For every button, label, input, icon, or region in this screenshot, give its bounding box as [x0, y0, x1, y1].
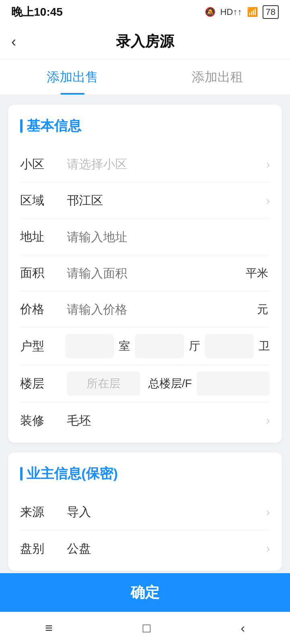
decoration-arrow: › — [266, 414, 270, 427]
basic-info-title: 基本信息 — [20, 117, 270, 135]
confirm-button[interactable]: 确定 — [0, 573, 290, 612]
floor-label: 楼层 — [20, 376, 60, 392]
region-value: 邗江区 — [60, 192, 266, 209]
area-size-input[interactable] — [60, 266, 246, 280]
nav-menu-icon[interactable]: ≡ — [45, 621, 53, 636]
decoration-row[interactable]: 装修 毛坯 › — [20, 402, 270, 439]
bottom-nav: ≡ □ ‹ — [0, 612, 290, 644]
decoration-label: 装修 — [20, 413, 60, 429]
floor-row: 楼层 所在层 总楼层/F — [20, 365, 270, 402]
rooms-unit: 室 — [119, 339, 130, 354]
tabs-container: 添加出售 添加出租 — [0, 60, 290, 95]
status-time: 晚上10:45 — [11, 4, 63, 20]
decoration-value: 毛坯 — [60, 413, 266, 429]
nav-home-icon[interactable]: □ — [143, 621, 150, 636]
community-arrow: › — [266, 158, 270, 171]
halls-unit: 厅 — [189, 339, 200, 354]
price-label: 价格 — [20, 301, 60, 318]
status-bar: 晚上10:45 🔕 HD↑↑ 📶 78 — [0, 0, 290, 24]
price-input[interactable] — [60, 303, 257, 316]
owner-info-card: 业主信息(保密) 来源 导入 › 盘别 公盘 › — [8, 452, 282, 571]
battery-icon: 78 — [263, 5, 279, 19]
huxing-inputs: 室 厅 卫 — [60, 334, 270, 358]
community-label: 小区 — [20, 156, 60, 173]
tab-sale-label: 添加出售 — [47, 68, 98, 86]
community-value: 请选择小区 — [60, 156, 266, 173]
confirm-button-label: 确定 — [130, 583, 160, 603]
owner-info-title: 业主信息(保密) — [20, 464, 270, 483]
header: ‹ 录入房源 — [0, 24, 290, 60]
nav-back-icon[interactable]: ‹ — [240, 621, 245, 636]
address-row: 地址 — [20, 219, 270, 255]
huxing-label: 户型 — [20, 338, 60, 355]
section-title-bar — [20, 119, 23, 133]
tab-sale[interactable]: 添加出售 — [0, 60, 145, 95]
tab-rent-label: 添加出租 — [192, 68, 243, 86]
area-size-unit: 平米 — [246, 266, 270, 281]
area-size-row: 面积 平米 — [20, 255, 270, 291]
signal-icon: HD↑↑ — [220, 7, 242, 17]
source-label: 来源 — [20, 504, 60, 520]
price-row: 价格 元 — [20, 291, 270, 328]
current-floor-placeholder: 所在层 — [87, 376, 120, 391]
price-unit: 元 — [257, 302, 270, 317]
status-icons: 🔕 HD↑↑ 📶 78 — [205, 5, 279, 19]
source-arrow: › — [266, 506, 270, 519]
page-title: 录入房源 — [116, 32, 174, 52]
rooms-input[interactable] — [65, 334, 114, 358]
mute-icon: 🔕 — [205, 7, 215, 17]
region-label: 区域 — [20, 192, 60, 209]
owner-section-title-bar — [20, 467, 23, 481]
source-row[interactable]: 来源 导入 › — [20, 494, 270, 530]
region-arrow: › — [266, 194, 270, 207]
tab-rent[interactable]: 添加出租 — [145, 60, 290, 95]
source-value: 导入 — [60, 504, 266, 520]
baths-input[interactable] — [205, 334, 254, 358]
wifi-icon: 📶 — [247, 7, 258, 17]
halls-input[interactable] — [135, 334, 184, 358]
address-input[interactable] — [60, 230, 270, 244]
total-floor-input[interactable] — [197, 372, 270, 396]
address-label: 地址 — [20, 229, 60, 245]
disk-type-label: 盘别 — [20, 541, 60, 557]
disk-type-arrow: › — [266, 542, 270, 555]
region-row[interactable]: 区域 邗江区 › — [20, 183, 270, 219]
area-size-label: 面积 — [20, 265, 60, 281]
back-button[interactable]: ‹ — [11, 33, 16, 50]
huxing-row: 户型 室 厅 卫 — [20, 328, 270, 365]
disk-type-value: 公盘 — [60, 541, 266, 557]
current-floor-input[interactable]: 所在层 — [67, 372, 140, 396]
community-row[interactable]: 小区 请选择小区 › — [20, 147, 270, 183]
total-floor-label: 总楼层/F — [148, 376, 192, 391]
tab-indicator — [60, 93, 85, 95]
basic-info-card: 基本信息 小区 请选择小区 › 区域 邗江区 › 地址 面积 平米 价格 元 户… — [8, 105, 282, 443]
baths-unit: 卫 — [259, 339, 270, 354]
disk-type-row[interactable]: 盘别 公盘 › — [20, 530, 270, 567]
